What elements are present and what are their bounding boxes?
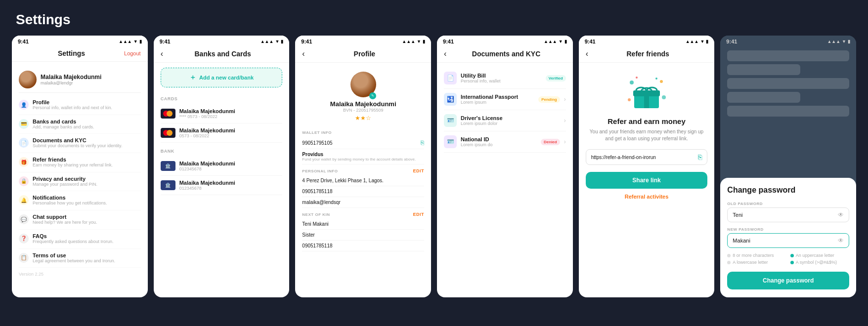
new-pwd-input[interactable]: Makani 👁: [727, 233, 849, 248]
screen-refer: 9:41 ▲▲▲ ▼ ▮ ‹ Refer friends: [579, 36, 715, 297]
bank-item-0[interactable]: 🏦 Malaika Majekodunmi 012345678: [161, 157, 283, 176]
doc-name-national: National ID: [461, 136, 537, 142]
menu-sub-privacy: Manage your password and PIN.: [33, 182, 97, 188]
battery-icon-6: ▮: [848, 39, 850, 44]
req-text-3: A symbol (>@#&$%): [796, 260, 837, 265]
menu-title-kyc: Documents and KYC: [33, 137, 122, 143]
kin-name: Teni Makani: [302, 221, 328, 227]
add-card-button[interactable]: ＋ Add a new card/bank: [161, 68, 283, 87]
card-item-0[interactable]: Malaika Majekodunmi **** 0573 - 08/2022: [161, 104, 283, 123]
referral-link-box: https://refer-a-friend-on-irorun ⎘: [586, 149, 708, 165]
menu-sub-refer: Earn money by sharing your referral link…: [33, 163, 113, 168]
menu-item-refer[interactable]: 🎁 Refer friends Earn money by sharing yo…: [19, 153, 141, 172]
screen-change-password: 9:41 ▲▲▲ ▼ ▮ Change password OLD PASSWOR…: [720, 36, 856, 297]
menu-icon-terms: 📋: [19, 253, 29, 263]
menu-item-kyc[interactable]: 📄 Documents and KYC Submit your document…: [19, 134, 141, 153]
doc-item-utility[interactable]: 📄 Utility Bill Personal info, wallet Ver…: [444, 68, 566, 89]
phone-row: 09051785118: [302, 186, 424, 197]
req-dot-3: [790, 261, 794, 264]
menu-item-chat[interactable]: 💬 Chat support Need help? We are here fo…: [19, 210, 141, 230]
copy-link-icon[interactable]: ⎘: [698, 153, 702, 161]
banks-content: ＋ Add a new card/bank CARDS Malaika Maje…: [154, 63, 290, 297]
doc-sub-national: Lorem ipsum do: [461, 142, 537, 147]
edit-badge[interactable]: ✎: [369, 92, 376, 99]
menu-text-refer: Refer friends Earn money by sharing your…: [33, 157, 113, 168]
menu-sub-chat: Need help? We are here for you.: [33, 220, 97, 226]
bank-logo-0: 🏦: [161, 161, 175, 171]
signal-icon-6: ▲▲▲: [827, 39, 840, 44]
menu-item-privacy[interactable]: 🔒 Privacy and security Manage your passw…: [19, 172, 141, 192]
doc-icon-utility: 📄: [444, 72, 457, 84]
old-pwd-input[interactable]: Teni 👁: [727, 207, 849, 222]
card-item-1[interactable]: Malaika Majekodunmi 0573 - 08/2022: [161, 123, 283, 143]
doc-item-national[interactable]: 🪪 National ID Lorem ipsum do Denied ›: [444, 131, 566, 153]
kin-relation-row: Sister: [302, 230, 424, 241]
menu-title-terms: Terms of use: [33, 252, 115, 258]
referral-activities-link[interactable]: Referral activites: [625, 194, 669, 200]
card-name-1: Malaika Majekodunmi: [179, 127, 235, 133]
docs-title: Documents and KYC: [446, 50, 565, 58]
bank-label: BANK: [161, 147, 283, 157]
edit-personal-btn[interactable]: Edit: [413, 168, 425, 173]
kin-phone-row: 09051785118: [302, 241, 424, 251]
profile-info: Malaika Majekodunmi malaika@lendgr: [41, 74, 101, 85]
menu-item-terms[interactable]: 📋 Terms of use Legal agreement between y…: [19, 249, 141, 268]
old-pwd-label: OLD PASSWORD: [727, 202, 849, 206]
eye-icon-new[interactable]: 👁: [838, 237, 844, 244]
svg-point-5: [655, 78, 657, 80]
doc-item-passport[interactable]: 🛂 International Passport Lorem ipsum Pen…: [444, 89, 566, 110]
menu-title-chat: Chat support: [33, 214, 97, 220]
battery-icon: ▮: [139, 39, 142, 44]
signal-icon-5: ▲▲▲: [686, 39, 699, 44]
doc-item-drivers[interactable]: 🪪 Driver's License Lorem ipsum dolor ›: [444, 110, 566, 131]
status-icons-2: ▲▲▲ ▼ ▮: [260, 39, 284, 44]
wifi-icon-6: ▼: [842, 39, 846, 44]
doc-status-passport: Pending: [538, 96, 560, 103]
avatar: [19, 71, 37, 88]
menu-item-faq[interactable]: ❓ FAQs Frequently asked questions about …: [19, 230, 141, 249]
menu-sub-terms: Legal agreement between you and Irorun.: [33, 258, 115, 264]
svg-point-2: [628, 98, 631, 101]
personal-info-header: PERSONAL INFO Edit: [302, 164, 424, 175]
change-password-button[interactable]: Change password: [727, 272, 849, 289]
copy-icon[interactable]: ⎘: [421, 139, 424, 146]
time-4: 9:41: [443, 39, 454, 44]
time-2: 9:41: [160, 39, 171, 44]
req-item-2: A lowercase letter: [727, 260, 786, 265]
svg-point-4: [636, 77, 638, 79]
svg-point-1: [660, 80, 663, 83]
star-rating: ★★☆: [302, 115, 424, 122]
battery-icon-4: ▮: [564, 39, 567, 44]
eye-icon-old[interactable]: 👁: [838, 211, 844, 218]
bank-name-1: Malaika Majekodunmi: [179, 180, 235, 186]
menu-item-profile[interactable]: 👤 Profile Personal info, wallet info and…: [19, 96, 141, 115]
doc-icon-drivers: 🪪: [444, 114, 457, 127]
card-num-1: 0573 - 08/2022: [179, 133, 235, 138]
screen-profile: 9:41 ▲▲▲ ▼ ▮ ‹ Profile ✎ Malaika Majekod…: [295, 36, 431, 297]
menu-sub-profile: Personal info, wallet info and next of k…: [33, 105, 112, 111]
logout-button[interactable]: Logout: [124, 50, 141, 56]
menu-item-notifications[interactable]: 🔔 Notifications Personalise how you get …: [19, 191, 141, 210]
status-bar-2: 9:41 ▲▲▲ ▼ ▮: [154, 36, 290, 46]
menu-title-refer: Refer friends: [33, 157, 113, 163]
battery-icon-2: ▮: [281, 39, 283, 44]
profile-bvn: BVN - 22051795509: [302, 108, 424, 113]
menu-icon-faq: ❓: [19, 234, 29, 244]
status-bar-4: 9:41 ▲▲▲ ▼ ▮: [437, 36, 573, 46]
doc-name-drivers: Driver's License: [461, 115, 560, 121]
battery-icon-3: ▮: [423, 39, 425, 44]
old-pwd-value: Teni: [733, 212, 835, 218]
status-bar-5: 9:41 ▲▲▲ ▼ ▮: [579, 36, 715, 46]
menu-text-banks: Banks and cards Add, manage banks and ca…: [33, 119, 94, 130]
svg-point-3: [662, 95, 666, 99]
bank-item-1[interactable]: 🏦 Malaika Majekodunmi 012345678: [161, 176, 283, 195]
menu-item-banks[interactable]: 💳 Banks and cards Add, manage banks and …: [19, 115, 141, 134]
menu-icon-profile: 👤: [19, 100, 29, 110]
menu-icon-banks: 💳: [19, 119, 29, 129]
share-link-button[interactable]: Share link: [586, 172, 708, 189]
refer-body: Refer and earn money You and your friend…: [586, 68, 708, 204]
docs-content: 📄 Utility Bill Personal info, wallet Ver…: [437, 63, 573, 297]
banks-title: Banks and Cards: [163, 50, 282, 58]
edit-kin-btn[interactable]: Edit: [413, 212, 425, 217]
wallet-number: 99051795105: [302, 140, 332, 146]
